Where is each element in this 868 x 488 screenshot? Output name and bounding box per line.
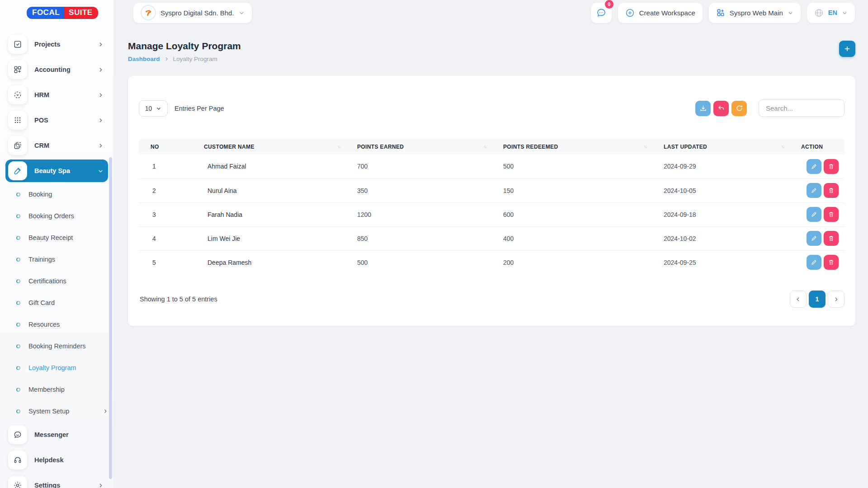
logo-focal: FOCAL [27,7,64,19]
chevron-down-icon [156,106,161,111]
sidebar-item-crm[interactable]: CRM [5,133,108,158]
delete-button[interactable] [824,159,839,174]
focus-people-icon [8,85,27,104]
search-input[interactable] [759,99,844,117]
cell-customer-name: Ahmad Faizal [193,155,346,178]
sidebar-subitem-resources[interactable]: Resources [5,314,108,335]
cell-last-updated: 2024-09-29 [653,155,790,178]
sidebar-item-beauty-spa[interactable]: Beauty Spa [5,160,108,182]
sidebar-scrollbar[interactable] [109,157,112,479]
cell-points-earned: 500 [346,250,492,274]
edit-button[interactable] [807,183,821,198]
messages-button[interactable]: 0 [590,2,612,23]
col-header-label: POINTS EARNED [357,144,404,150]
cell-points-redeemed: 150 [492,178,653,202]
cell-customer-name: Lim Wei Jie [193,226,346,250]
bullet-icon [16,323,20,327]
loyalty-table-card: 10 Entries Per Page [128,76,855,326]
sidebar-item-hrm[interactable]: HRM [5,82,108,108]
sidebar-subitem-system-setup[interactable]: System Setup [5,400,108,422]
chevron-right-icon [98,117,104,123]
col-header-points-earned[interactable]: POINTS EARNED↑↓ [346,139,492,155]
edit-button[interactable] [807,255,821,270]
cell-last-updated: 2024-09-18 [653,202,790,226]
col-header-points-redeemed[interactable]: POINTS REDEEMED↑↓ [492,139,653,155]
pagination: 1 [790,291,844,308]
create-workspace-label: Create Workspace [639,9,695,17]
sidebar-subitem-certifications[interactable]: Certifications [5,270,108,292]
table-header-row: NO CUSTOMER NAME↑↓ POINTS EARNED↑↓ POINT… [139,139,844,155]
pagination-prev-button[interactable] [790,291,807,308]
chevron-down-icon [98,168,104,174]
breadcrumb-dashboard-link[interactable]: Dashboard [128,56,160,62]
sort-icon[interactable]: ↑↓ [483,144,488,149]
edit-button[interactable] [807,207,821,222]
sidebar-subitem-trainings[interactable]: Trainings [5,249,108,270]
col-header-last-updated[interactable]: LAST UPDATED↑↓ [653,139,790,155]
add-loyalty-button[interactable] [839,41,855,57]
entries-per-page-select[interactable]: 10 [139,100,168,117]
sidebar-subitem-loyalty-program[interactable]: Loyalty Program [5,357,108,379]
sidebar-item-label: Messenger [34,431,104,438]
refresh-button[interactable] [731,101,747,116]
sidebar-item-pos[interactable]: POS [5,108,108,133]
col-header-label: CUSTOMER NAME [204,144,255,150]
main-content: Manage Loyalty Program Dashboard Loyalty… [113,25,868,488]
bullet-icon [16,366,20,370]
sidebar-subitem-booking-orders[interactable]: Booking Orders [5,205,108,227]
export-button[interactable] [695,101,711,116]
pagination-page-1-button[interactable]: 1 [809,291,826,308]
edit-button[interactable] [807,159,821,174]
chevron-right-icon [164,56,169,61]
sidebar-item-helpdesk[interactable]: Helpdesk [5,447,108,473]
cell-points-earned: 350 [346,178,492,202]
edit-button[interactable] [807,231,821,246]
undo-button[interactable] [713,101,729,116]
sidebar-subitem-gift-card[interactable]: Gift Card [5,292,108,314]
workspace-selector[interactable]: Syspro Digital Sdn. Bhd. [133,2,252,23]
delete-button[interactable] [824,183,839,198]
delete-button[interactable] [824,255,839,270]
pagination-next-button[interactable] [828,291,844,308]
sort-icon[interactable]: ↑↓ [781,144,786,149]
sort-icon[interactable]: ↑↓ [644,144,648,149]
sidebar-item-label: Settings [34,482,90,488]
sort-icon[interactable]: ↑↓ [337,144,342,149]
topbar: Syspro Digital Sdn. Bhd. 0 Create Worksp… [113,0,868,25]
col-header-customer-name[interactable]: CUSTOMER NAME↑↓ [193,139,346,155]
sidebar-item-messenger[interactable]: Messenger [5,422,108,447]
delete-button[interactable] [824,207,839,222]
create-workspace-button[interactable]: Create Workspace [618,2,703,23]
bullet-icon [16,301,20,305]
cell-last-updated: 2024-10-02 [653,226,790,250]
sidebar-item-settings[interactable]: Settings [5,473,108,488]
table-row: 1 Ahmad Faizal 700 500 2024-09-29 [139,155,844,178]
chevron-right-icon [98,483,104,488]
sidebar-subitem-booking-reminders[interactable]: Booking Reminders [5,335,108,357]
delete-button[interactable] [824,231,839,246]
sidebar-subitem-label: Booking Reminders [28,343,108,350]
sidebar: FOCAL SUITE Projects Accounting HRM [0,0,113,488]
sidebar-nav: Projects Accounting HRM POS [0,25,113,488]
page-title: Manage Loyalty Program [128,41,839,52]
chevron-right-icon [98,67,104,73]
language-selector[interactable]: EN [807,2,855,23]
table-row: 5 Deepa Ramesh 500 200 2024-09-25 [139,250,844,274]
sidebar-subitem-beauty-receipt[interactable]: Beauty Receipt [5,227,108,249]
cell-last-updated: 2024-10-05 [653,178,790,202]
workspace-logo [141,5,156,20]
sidebar-item-label: Projects [34,41,90,48]
messages-badge: 0 [605,0,613,9]
grid-plus-icon [8,60,27,79]
sidebar-item-label: HRM [34,91,90,99]
sidebar-subitem-membership[interactable]: Membership [5,379,108,400]
col-header-label: LAST UPDATED [664,144,707,150]
sidebar-subitem-label: Certifications [28,277,108,285]
col-header-label: POINTS REDEEMED [503,144,558,150]
sidebar-item-projects[interactable]: Projects [5,32,108,57]
brush-icon [8,161,27,180]
sidebar-subitem-booking[interactable]: Booking [5,183,108,205]
sidebar-item-accounting[interactable]: Accounting [5,57,108,82]
app-switcher[interactable]: Syspro Web Main [708,2,801,23]
cell-points-redeemed: 500 [492,155,653,178]
